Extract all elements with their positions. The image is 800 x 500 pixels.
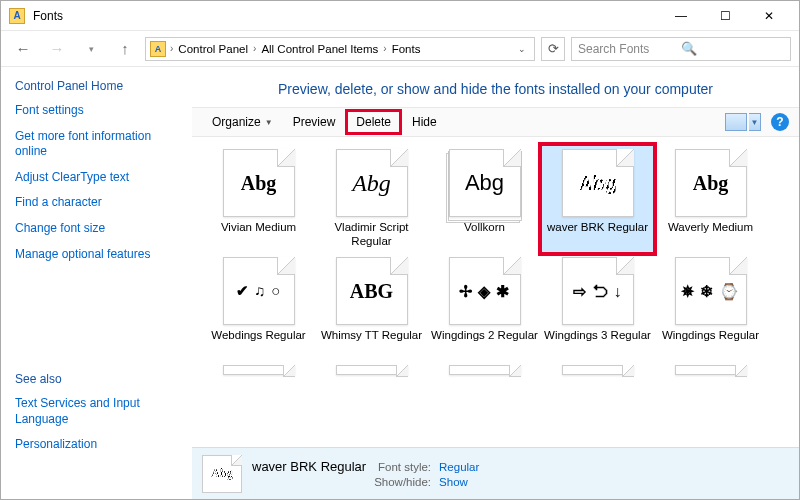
- details-pane: Abg waver BRK Regular Font style: Regula…: [192, 447, 799, 499]
- refresh-button[interactable]: ⟳: [541, 37, 565, 61]
- font-name-label: Webdings Regular: [211, 329, 305, 357]
- hide-button[interactable]: Hide: [402, 108, 447, 136]
- details-font-name: waver BRK Regular: [252, 459, 366, 474]
- font-thumbnail: Abg: [562, 149, 634, 217]
- font-name-label: Vollkorn: [464, 221, 505, 249]
- sidebar-link-optional-features[interactable]: Manage optional features: [15, 247, 177, 263]
- font-sample: Abg: [693, 172, 729, 195]
- font-sample: Abg: [465, 170, 504, 196]
- font-thumbnail: ⇨ ⮌ ↓: [562, 257, 634, 325]
- back-button[interactable]: ←: [9, 35, 37, 63]
- font-name-label: Vladimir Script Regular: [317, 221, 426, 249]
- chevron-right-icon[interactable]: ›: [170, 43, 173, 54]
- sidebar-link-more-info[interactable]: Get more font information online: [15, 129, 177, 160]
- font-thumbnail: Abg: [449, 149, 521, 217]
- maximize-button[interactable]: ☐: [703, 2, 747, 30]
- delete-button[interactable]: Delete: [345, 109, 402, 135]
- font-item-partial[interactable]: [541, 361, 654, 379]
- sidebar-link-personalization[interactable]: Personalization: [15, 437, 177, 453]
- font-thumbnail: ABG: [336, 257, 408, 325]
- main-content: Preview, delete, or show and hide the fo…: [191, 67, 799, 499]
- details-showhide-value[interactable]: Show: [439, 476, 479, 488]
- see-also-heading: See also: [15, 372, 177, 386]
- font-sample: ABG: [350, 280, 393, 303]
- breadcrumb-item[interactable]: Fonts: [389, 43, 424, 55]
- font-sample: ✵ ❄ ⌚: [681, 282, 740, 301]
- recent-dropdown[interactable]: ▾: [77, 35, 105, 63]
- address-bar[interactable]: A › Control Panel › All Control Panel It…: [145, 37, 535, 61]
- caret-down-icon: ▼: [265, 118, 273, 127]
- toolbar: Organize ▼ Preview Delete Hide ▼ ?: [192, 107, 799, 137]
- font-sample: Abg: [352, 170, 391, 197]
- navbar: ← → ▾ ↑ A › Control Panel › All Control …: [1, 31, 799, 67]
- search-placeholder: Search Fonts: [578, 42, 681, 56]
- view-mode-dropdown[interactable]: ▼: [749, 113, 761, 131]
- details-thumbnail: Abg: [202, 455, 242, 493]
- sidebar-link-cleartype[interactable]: Adjust ClearType text: [15, 170, 177, 186]
- up-button[interactable]: ↑: [111, 35, 139, 63]
- sidebar-home-link[interactable]: Control Panel Home: [15, 79, 177, 93]
- sidebar-link-text-services[interactable]: Text Services and Input Language: [15, 396, 177, 427]
- fonts-folder-icon: A: [9, 8, 25, 24]
- font-name-label: Wingdings 2 Regular: [431, 329, 538, 357]
- view-mode-button[interactable]: [725, 113, 747, 131]
- font-thumbnail: ✢ ◈ ✱: [449, 257, 521, 325]
- font-item[interactable]: Abgwaver BRK Regular: [541, 145, 654, 253]
- font-thumbnail: Abg: [223, 149, 295, 217]
- font-item-partial[interactable]: [202, 361, 315, 379]
- details-showhide-label: Show/hide:: [374, 476, 431, 488]
- font-item[interactable]: ✢ ◈ ✱Wingdings 2 Regular: [428, 253, 541, 361]
- window-title: Fonts: [33, 9, 63, 23]
- breadcrumb-item[interactable]: All Control Panel Items: [258, 43, 381, 55]
- minimize-button[interactable]: —: [659, 2, 703, 30]
- font-name-label: Waverly Medium: [668, 221, 753, 249]
- font-sample: Abg: [241, 172, 277, 195]
- font-sample: ⇨ ⮌ ↓: [573, 282, 623, 301]
- font-thumbnail: Abg: [336, 149, 408, 217]
- page-title: Preview, delete, or show and hide the fo…: [192, 67, 799, 107]
- sidebar-link-font-settings[interactable]: Font settings: [15, 103, 177, 119]
- font-item[interactable]: AbgVladimir Script Regular: [315, 145, 428, 253]
- font-item-partial[interactable]: [428, 361, 541, 379]
- font-item[interactable]: ✵ ❄ ⌚Wingdings Regular: [654, 253, 767, 361]
- help-button[interactable]: ?: [771, 113, 789, 131]
- search-input[interactable]: Search Fonts 🔍: [571, 37, 791, 61]
- sidebar: Control Panel Home Font settings Get mor…: [1, 67, 191, 499]
- font-item[interactable]: ABGWhimsy TT Regular: [315, 253, 428, 361]
- font-name-label: Vivian Medium: [221, 221, 296, 249]
- font-sample: ✢ ◈ ✱: [459, 282, 510, 301]
- font-item[interactable]: ⇨ ⮌ ↓Wingdings 3 Regular: [541, 253, 654, 361]
- font-name-label: Wingdings Regular: [662, 329, 759, 357]
- chevron-right-icon[interactable]: ›: [383, 43, 386, 54]
- titlebar: A Fonts — ☐ ✕: [1, 1, 799, 31]
- fonts-breadcrumb-icon: A: [150, 41, 166, 57]
- font-item-partial[interactable]: [654, 361, 767, 379]
- search-icon[interactable]: 🔍: [681, 41, 784, 56]
- address-dropdown[interactable]: ⌄: [514, 44, 530, 54]
- font-sample: ✔ ♫ ○: [236, 282, 282, 300]
- breadcrumb-item[interactable]: Control Panel: [175, 43, 251, 55]
- font-sample: Abg: [578, 172, 617, 195]
- forward-button: →: [43, 35, 71, 63]
- close-button[interactable]: ✕: [747, 2, 791, 30]
- sidebar-link-change-size[interactable]: Change font size: [15, 221, 177, 237]
- font-thumbnail: ✵ ❄ ⌚: [675, 257, 747, 325]
- details-style-value[interactable]: Regular: [439, 461, 479, 473]
- font-thumbnail: ✔ ♫ ○: [223, 257, 295, 325]
- organize-menu[interactable]: Organize ▼: [202, 108, 283, 136]
- font-item[interactable]: AbgWaverly Medium: [654, 145, 767, 253]
- font-item[interactable]: AbgVollkorn: [428, 145, 541, 253]
- preview-button[interactable]: Preview: [283, 108, 346, 136]
- font-name-label: waver BRK Regular: [547, 221, 648, 249]
- details-style-label: Font style:: [374, 461, 431, 473]
- font-name-label: Wingdings 3 Regular: [544, 329, 651, 357]
- font-grid[interactable]: AbgVivian MediumAbgVladimir Script Regul…: [192, 137, 799, 447]
- font-item-partial[interactable]: [315, 361, 428, 379]
- font-item[interactable]: AbgVivian Medium: [202, 145, 315, 253]
- organize-label: Organize: [212, 115, 261, 129]
- font-item[interactable]: ✔ ♫ ○Webdings Regular: [202, 253, 315, 361]
- sidebar-link-find-character[interactable]: Find a character: [15, 195, 177, 211]
- font-name-label: Whimsy TT Regular: [321, 329, 422, 357]
- chevron-right-icon[interactable]: ›: [253, 43, 256, 54]
- font-thumbnail: Abg: [675, 149, 747, 217]
